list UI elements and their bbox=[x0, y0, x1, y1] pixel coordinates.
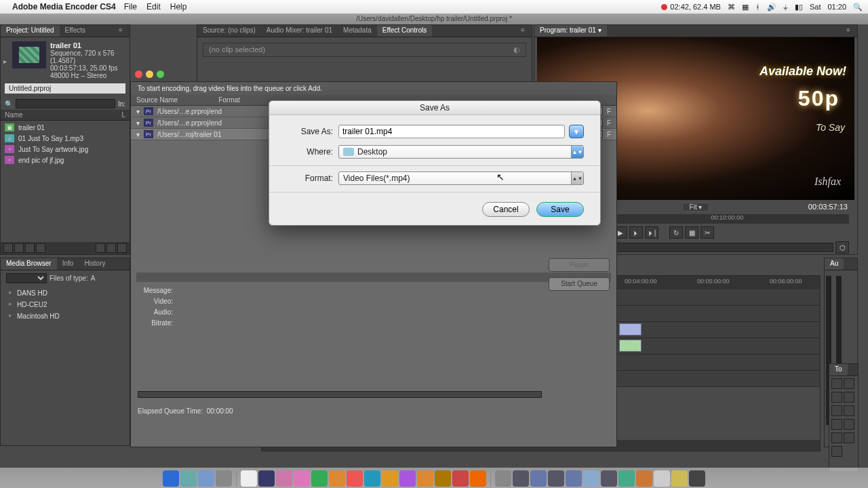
dock-app-icon[interactable] bbox=[530, 470, 547, 487]
icon-view-icon[interactable] bbox=[14, 243, 24, 253]
tab-source[interactable]: Source: (no clips) bbox=[197, 25, 261, 37]
selection-tool-icon[interactable] bbox=[831, 378, 842, 389]
sequence-thumb[interactable] bbox=[12, 41, 46, 68]
zoom-fit-select[interactable]: Fit ▾ bbox=[682, 203, 710, 211]
save-as-input[interactable] bbox=[338, 125, 565, 138]
col-label[interactable]: L bbox=[121, 111, 125, 119]
volume-icon[interactable]: 🔊 bbox=[767, 3, 776, 12]
dock-app-icon[interactable] bbox=[364, 470, 380, 487]
bluetooth-icon[interactable]: ᚼ bbox=[755, 3, 760, 11]
dock-app-icon[interactable] bbox=[583, 470, 599, 487]
col-name[interactable]: Name bbox=[5, 111, 23, 119]
tab-media-browser[interactable]: Media Browser bbox=[1, 258, 57, 270]
clip-menu-icon[interactable]: ◐ bbox=[513, 45, 520, 54]
audio-clip[interactable] bbox=[619, 340, 642, 352]
app-name[interactable]: Adobe Media Encoder CS4 bbox=[12, 2, 116, 12]
dock-app-icon[interactable] bbox=[399, 470, 416, 487]
record-indicator[interactable]: 02:42, 62.4 MB bbox=[661, 3, 721, 11]
dock-app-icon[interactable] bbox=[618, 470, 635, 487]
rate-tool-icon[interactable] bbox=[831, 405, 842, 416]
close-icon[interactable] bbox=[135, 70, 142, 78]
dock-app-icon[interactable] bbox=[671, 470, 688, 487]
queue-scrollbar[interactable] bbox=[136, 272, 611, 282]
where-select[interactable]: Desktop ▲▼ bbox=[338, 145, 584, 159]
clock-day[interactable]: Sat bbox=[810, 3, 821, 11]
new-item-icon[interactable] bbox=[106, 243, 116, 253]
drive-item[interactable]: Macintosh HD bbox=[6, 310, 124, 322]
dock-app-icon[interactable] bbox=[548, 470, 564, 487]
collapse-icon[interactable]: ▾ bbox=[136, 131, 140, 138]
delete-icon[interactable] bbox=[117, 243, 127, 253]
menu-help[interactable]: Help bbox=[170, 2, 187, 12]
automate-icon[interactable] bbox=[25, 243, 35, 253]
start-queue-button[interactable]: Start Queue bbox=[549, 277, 610, 291]
ripple-tool-icon[interactable] bbox=[831, 392, 842, 403]
dock-app-icon[interactable] bbox=[347, 470, 363, 487]
minimize-icon[interactable] bbox=[146, 70, 153, 78]
list-view-icon[interactable] bbox=[3, 243, 13, 253]
pen-tool-icon[interactable] bbox=[831, 432, 842, 443]
format-select[interactable]: Video Files(*.mp4) ▲▼ bbox=[338, 171, 584, 185]
dock-app-icon[interactable] bbox=[329, 470, 345, 487]
goto-out-icon[interactable]: ⏵| bbox=[645, 226, 658, 239]
project-search-input[interactable] bbox=[16, 99, 115, 108]
dock-app-icon[interactable] bbox=[180, 470, 197, 487]
step-fwd-icon[interactable]: ⏵ bbox=[629, 226, 643, 239]
menu-edit[interactable]: Edit bbox=[146, 2, 161, 12]
project-item[interactable]: ▫Just To Say artwork.jpg bbox=[1, 144, 130, 155]
project-item[interactable]: ♪01 Just To Say 1.mp3 bbox=[1, 133, 130, 144]
find-icon[interactable] bbox=[36, 243, 45, 253]
dock-app-icon[interactable] bbox=[382, 470, 398, 487]
zoom-icon[interactable] bbox=[157, 70, 164, 78]
dock-app-icon[interactable] bbox=[689, 470, 705, 487]
dock-app-icon[interactable] bbox=[636, 470, 652, 487]
dock-app-icon[interactable] bbox=[417, 470, 433, 487]
directory-select[interactable] bbox=[6, 273, 47, 283]
razor-tool-icon[interactable] bbox=[844, 405, 854, 416]
tab-tools[interactable]: To bbox=[829, 364, 848, 375]
safe-margins-icon[interactable]: ▦ bbox=[685, 226, 698, 239]
tab-history[interactable]: History bbox=[79, 258, 111, 270]
menu-file[interactable]: File bbox=[124, 2, 137, 12]
tab-audio-mixer[interactable]: Audio Mixer: trailer 01 bbox=[261, 25, 338, 37]
dock-app-icon[interactable] bbox=[198, 470, 214, 487]
chevron-down-icon[interactable]: ▾ bbox=[598, 26, 601, 34]
collapse-icon[interactable]: ▾ bbox=[136, 119, 140, 127]
dock-app-icon[interactable] bbox=[258, 470, 275, 487]
dock-app-icon[interactable] bbox=[495, 470, 511, 487]
dock-app-icon[interactable] bbox=[294, 470, 310, 487]
drive-item[interactable]: HD-CEU2 bbox=[6, 299, 124, 310]
panel-menu-icon[interactable]: ≡ bbox=[119, 26, 128, 36]
panel-menu-icon[interactable]: ≡ bbox=[521, 26, 530, 36]
dock-app-icon[interactable] bbox=[601, 470, 617, 487]
zoom-tool-icon[interactable] bbox=[831, 446, 842, 457]
new-bin-icon[interactable] bbox=[96, 243, 105, 253]
tab-project[interactable]: Project: Untitled bbox=[1, 25, 60, 37]
slip-tool-icon[interactable] bbox=[831, 419, 842, 430]
tab-info[interactable]: Info bbox=[57, 258, 79, 270]
menu-extra-icon[interactable]: ⌘ bbox=[728, 3, 735, 12]
tab-program[interactable]: Program: trailer 01 ▾ bbox=[534, 25, 607, 37]
spaces-icon[interactable]: ▦ bbox=[742, 3, 749, 12]
dock-app-icon[interactable] bbox=[566, 470, 582, 487]
dock-app-icon[interactable] bbox=[513, 470, 529, 487]
expand-toggle-icon[interactable]: ▼ bbox=[569, 125, 584, 138]
panel-menu-icon[interactable]: ≡ bbox=[846, 26, 856, 36]
track-select-tool-icon[interactable] bbox=[844, 378, 854, 389]
project-item[interactable]: ▫end pic of jf.jpg bbox=[1, 155, 130, 165]
tab-effect-controls[interactable]: Effect Controls bbox=[377, 25, 432, 37]
search-icon[interactable]: 🔍 bbox=[5, 100, 13, 108]
loop-icon[interactable]: ↻ bbox=[669, 226, 683, 239]
save-button[interactable]: Save bbox=[536, 202, 584, 217]
rolling-tool-icon[interactable] bbox=[844, 392, 854, 403]
files-of-type-value[interactable]: A bbox=[91, 274, 96, 282]
clock-time[interactable]: 01:20 bbox=[827, 3, 846, 11]
dock-app-icon[interactable] bbox=[241, 470, 257, 487]
collapse-icon[interactable]: ▾ bbox=[136, 108, 140, 115]
dock-app-icon[interactable] bbox=[276, 470, 292, 487]
dock-app-icon[interactable] bbox=[311, 470, 328, 487]
battery-icon[interactable]: ▮▯ bbox=[795, 3, 803, 12]
tab-audio-meter[interactable]: Au bbox=[825, 258, 844, 270]
dock-app-icon[interactable] bbox=[470, 470, 486, 487]
hand-tool-icon[interactable] bbox=[844, 432, 854, 443]
